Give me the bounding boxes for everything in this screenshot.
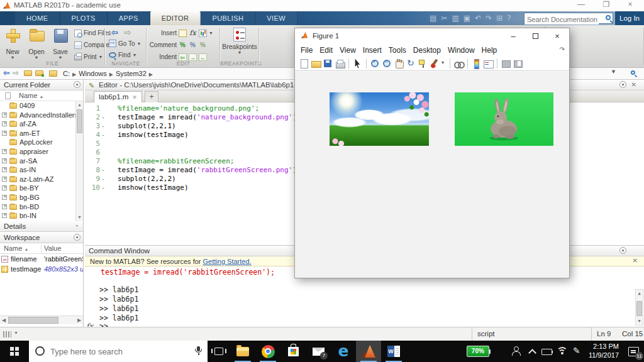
- figure-menu-file[interactable]: File: [301, 45, 313, 56]
- battery-icon[interactable]: [540, 341, 555, 362]
- quick-access-cut-icon[interactable]: ✂: [441, 13, 447, 23]
- taskbar-store[interactable]: [280, 341, 306, 362]
- breadcrumb-item[interactable]: C:: [63, 70, 70, 77]
- open-file-icon[interactable]: [311, 58, 321, 69]
- wrap-comments-icon[interactable]: %: [199, 41, 207, 49]
- login-button[interactable]: Log In: [615, 11, 644, 25]
- compare-button[interactable]: Compare ▼: [74, 39, 105, 51]
- workspace-column-headers[interactable]: Name ▲ Value: [0, 244, 83, 254]
- menu-overflow-icon[interactable]: ↷: [560, 46, 565, 53]
- close-icon[interactable]: ✕: [631, 81, 636, 89]
- documentation-search-input[interactable]: [525, 14, 599, 25]
- file-row[interactable]: bn-BD: [0, 202, 75, 212]
- new-tab-button[interactable]: +: [145, 91, 158, 102]
- scroll-up-icon[interactable]: ▲: [636, 290, 643, 297]
- taskbar-word[interactable]: [381, 341, 406, 362]
- figure-minimize-button[interactable]: –: [502, 28, 524, 45]
- indent-right-icon[interactable]: →: [189, 53, 197, 61]
- rotate-3d-icon[interactable]: [406, 58, 416, 69]
- search-icon[interactable]: [606, 15, 611, 20]
- quick-access-redo-icon[interactable]: ↷: [486, 13, 492, 23]
- wifi-icon[interactable]: [555, 341, 570, 362]
- file-row[interactable]: am-ET: [0, 129, 75, 138]
- workspace-row[interactable]: filename'rabbitGreenS...: [0, 255, 83, 265]
- find-button[interactable]: Find ▼: [109, 52, 136, 58]
- navigate-forward-icon[interactable]: ⇨: [125, 28, 131, 37]
- breadcrumb-item[interactable]: Windows: [79, 70, 107, 77]
- ribbon-tab-apps[interactable]: APPS: [108, 11, 150, 25]
- collapse-icon[interactable]: ⌃: [74, 222, 79, 233]
- taskbar-search[interactable]: [29, 341, 208, 362]
- back-button[interactable]: ⇦: [3, 69, 9, 77]
- window-minimize-button[interactable]: —: [572, 0, 590, 11]
- name-column-header[interactable]: Name ▲: [0, 90, 83, 101]
- dropdown-caret-icon[interactable]: ▼: [14, 331, 18, 335]
- ribbon-tab-publish[interactable]: PUBLISH: [201, 11, 255, 25]
- file-list-scrollbar[interactable]: ▲ ▼: [75, 101, 83, 221]
- scroll-right-icon[interactable]: ▶: [75, 316, 83, 324]
- quick-access-copy-icon[interactable]: ▥: [452, 13, 458, 23]
- figure-menu-view[interactable]: View: [340, 45, 356, 56]
- expand-icon[interactable]: [2, 121, 7, 126]
- windows-ink-icon[interactable]: [570, 341, 585, 362]
- panel-menu-icon[interactable]: [619, 247, 626, 254]
- breadcrumb-item[interactable]: System32: [116, 70, 147, 77]
- quick-access-undo-icon[interactable]: ↶: [475, 13, 481, 23]
- command-scrollbar[interactable]: ▲ ▼: [635, 289, 643, 326]
- up-folder-icon[interactable]: [24, 70, 32, 76]
- file-row[interactable]: bn-IN: [0, 211, 75, 221]
- task-view-button[interactable]: [208, 341, 230, 362]
- panel-menu-icon[interactable]: [74, 81, 80, 88]
- close-tab-icon[interactable]: ✕: [132, 94, 137, 101]
- documentation-search[interactable]: [524, 13, 613, 24]
- statusbar-grip-icon[interactable]: [3, 331, 11, 337]
- start-button[interactable]: [0, 341, 29, 362]
- scroll-up-icon[interactable]: ▲: [76, 101, 83, 109]
- zoom-in-icon[interactable]: [370, 58, 380, 69]
- new-button[interactable]: New ▼: [1, 28, 24, 60]
- insert-section-icon[interactable]: [179, 30, 187, 37]
- figure-maximize-button[interactable]: [525, 28, 546, 45]
- file-row[interactable]: AdvancedInstallers: [0, 111, 75, 120]
- file-row[interactable]: 0409: [0, 101, 75, 111]
- battery-percent-widget[interactable]: 70%: [467, 346, 489, 357]
- file-row[interactable]: bg-BG: [0, 193, 75, 202]
- dock-2-icon[interactable]: [513, 58, 523, 69]
- expand-icon[interactable]: [2, 195, 7, 200]
- details-panel-header[interactable]: Details ⌃: [0, 221, 83, 232]
- brush-dropdown-icon[interactable]: [441, 58, 447, 69]
- expand-icon[interactable]: [2, 185, 7, 190]
- expand-icon[interactable]: [2, 204, 7, 209]
- data-cursor-icon[interactable]: [418, 58, 428, 69]
- quick-access-save-icon[interactable]: ▤: [430, 13, 436, 23]
- file-row[interactable]: az-Latn-AZ: [0, 175, 75, 184]
- insert-fx-icon[interactable]: fx: [189, 30, 197, 37]
- panel-menu-icon[interactable]: [74, 234, 80, 241]
- taskbar-search-input[interactable]: [50, 341, 189, 362]
- find-files-button[interactable]: Find Files: [74, 27, 105, 39]
- expand-icon[interactable]: [2, 213, 7, 218]
- scroll-down-icon[interactable]: ▼: [636, 317, 643, 325]
- file-row[interactable]: as-IN: [0, 165, 75, 175]
- figure-menu-help[interactable]: Help: [482, 45, 497, 56]
- taskbar-clock[interactable]: 2:13 PM 11/9/2017: [589, 343, 619, 360]
- quick-access-help-icon[interactable]: ?: [507, 13, 511, 23]
- dropdown-caret-icon[interactable]: ▼: [209, 31, 213, 35]
- brush-icon[interactable]: [430, 58, 440, 69]
- people-icon[interactable]: [509, 341, 525, 362]
- figure-close-button[interactable]: ×: [547, 28, 568, 45]
- zoom-out-icon[interactable]: [382, 58, 392, 69]
- link-plots-icon[interactable]: [453, 58, 464, 69]
- microphone-icon[interactable]: [197, 346, 200, 351]
- navigate-back-icon[interactable]: ⇦: [111, 28, 118, 37]
- scrollbar-thumb[interactable]: [636, 301, 642, 316]
- taskbar-edge[interactable]: [331, 341, 356, 362]
- dock-1-icon[interactable]: [501, 58, 511, 69]
- taskbar-file-explorer[interactable]: [230, 341, 255, 362]
- file-row[interactable]: be-BY: [0, 184, 75, 193]
- file-row[interactable]: appraiser: [0, 147, 75, 156]
- save-figure-icon[interactable]: [323, 58, 333, 69]
- figure-menu-desktop[interactable]: Desktop: [413, 45, 441, 56]
- scrollbar-thumb[interactable]: [77, 109, 82, 133]
- save-button[interactable]: Save ▼: [49, 28, 72, 60]
